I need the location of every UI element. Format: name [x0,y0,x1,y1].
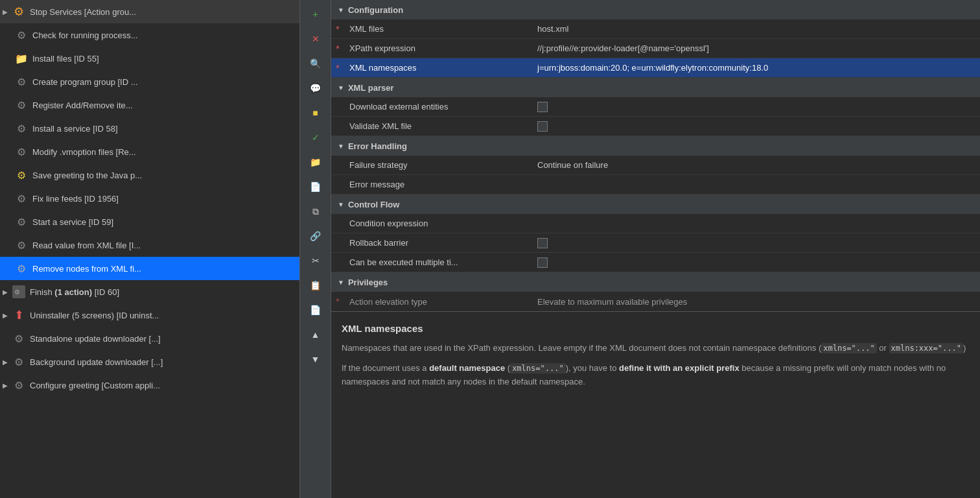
tree-item-start-service[interactable]: ⚙ Start a service [ID 59] [0,210,299,233]
row-label: Error message [344,177,532,192]
tree-item-finish[interactable]: ▶ ⚙ Finish (1 action) [ID 60] [0,280,299,303]
config-row-action-elevation[interactable]: * Action elevation type Elevate to maxim… [331,292,980,311]
tree-item-label: Read value from XML file [I... [32,241,141,250]
search-button[interactable]: 🔍 [304,52,327,75]
required-marker: * [331,63,344,73]
config-row-download-external[interactable]: Download external entities [331,97,980,117]
row-value: host.xml [532,21,980,36]
gear-icon: ⚙ [12,331,26,346]
sidebar-toolbar: + ✕ 🔍 💬 ■ ✓ 📁 📄 ⧉ 🔗 ✂ 📋 📄 ▲ ▼ [299,0,331,498]
tree-item-label: Check for running process... [32,30,138,40]
row-value: //j:profile//e:provider-loader[@name='op… [532,41,980,56]
code-xmlns-xxx: xmlns:xxx="..." [889,343,963,353]
tree-item-background-update[interactable]: ▶ ⚙ Background update downloader [...] [0,350,299,374]
comment-button[interactable]: 💬 [304,77,327,100]
down-button[interactable]: ▼ [304,348,327,371]
row-label: Can be executed multiple ti... [344,255,532,270]
checkbox-icon [537,238,548,248]
section-error-handling-label: Error Handling [348,141,407,151]
section-xml-parser-label: XML parser [348,83,394,93]
gear-icon: ⚙ [14,215,29,229]
config-row-xml-files[interactable]: * XML files host.xml [331,19,980,39]
tree-item-label: Register Add/Remove ite... [32,101,133,110]
tree-item-stop-services[interactable]: ▶ ⚙ Stop Services [Action grou... [0,0,299,23]
arrow-icon: ▶ [3,312,12,319]
required-marker: * [331,43,344,54]
tree-item-label: Create program group [ID ... [32,77,138,87]
row-value: Continue on failure [532,158,980,172]
tree-item-create-program-group[interactable]: ⚙ Create program group [ID ... [0,70,299,93]
tree-item-register-add-remove[interactable]: ⚙ Register Add/Remove ite... [0,93,299,117]
section-xml-parser[interactable]: ▼ XML parser [331,78,980,97]
arrow-icon: ▶ [3,382,12,389]
checkbox-download-external[interactable] [532,99,553,115]
config-row-rollback-barrier[interactable]: Rollback barrier [331,233,980,253]
tree-item-read-xml[interactable]: ⚙ Read value from XML file [I... [0,233,299,257]
section-configuration[interactable]: ▼ Configuration [331,0,980,19]
gear-icon: ⚙ [12,355,26,369]
tree-item-check-running[interactable]: ⚙ Check for running process... [0,23,299,47]
config-row-error-message[interactable]: Error message [331,175,980,195]
config-row-xpath[interactable]: * XPath expression //j:profile//e:provid… [331,39,980,58]
up-button[interactable]: ▲ [304,323,327,346]
section-privileges[interactable]: ▼ Privileges [331,272,980,292]
tree-item-label: Start a service [ID 59] [32,217,113,227]
tree-item-remove-nodes[interactable]: ⚙ Remove nodes from XML fi... [0,257,299,280]
tree-item-label: Background update downloader [...] [30,357,163,367]
section-configuration-label: Configuration [348,5,403,15]
description-text-1: Namespaces that are used in the XPath ex… [342,342,970,355]
config-row-xml-namespaces[interactable]: * XML namespaces j=urn:jboss:domain:20.0… [331,58,980,78]
checkbox-icon [537,102,548,112]
config-row-validate-xml[interactable]: Validate XML file [331,117,980,136]
checkbox-rollback-barrier[interactable] [532,235,553,251]
section-error-handling[interactable]: ▼ Error Handling [331,136,980,156]
tree-item-install-service[interactable]: ⚙ Install a service [ID 58] [0,117,299,140]
section-control-flow[interactable]: ▼ Control Flow [331,195,980,214]
paste-button[interactable]: 📋 [304,274,327,297]
remove-button[interactable]: ✕ [304,27,327,51]
folder-icon: 📁 [14,51,29,65]
add-button[interactable]: + [304,3,327,26]
row-label: XML namespaces [344,60,532,75]
file-button[interactable]: 📄 [304,175,327,198]
link-button[interactable]: 🔗 [304,224,327,248]
gear-icon: ⚙ [14,121,29,136]
gear-icon: ⚙ [14,28,29,42]
finish-icon: ⚙ [12,285,26,299]
dark-file-button[interactable]: 📄 [304,298,327,322]
config-row-condition-expression[interactable]: Condition expression [331,214,980,233]
tree-item-fix-line-feeds[interactable]: ⚙ Fix line feeds [ID 1956] [0,187,299,210]
row-label: XML files [344,21,532,36]
scissors-button[interactable]: ✂ [304,249,327,272]
gear-icon: ⚙ [14,261,29,276]
row-label: Rollback barrier [344,235,532,250]
tree-item-install-files[interactable]: 📁 Install files [ID 55] [0,47,299,70]
tree-item-label: Install files [ID 55] [32,54,99,64]
tree-item-label: Stop Services [Action grou... [30,7,136,17]
tree-item-save-greeting[interactable]: ⚙ Save greeting to the Java p... [0,163,299,187]
row-value [532,182,980,187]
section-control-flow-label: Control Flow [348,200,399,209]
color-button[interactable]: ■ [304,101,327,124]
description-panel: XML namespaces Namespaces that are used … [331,311,980,498]
copy-button[interactable]: ⧉ [304,200,327,223]
tree-item-uninstaller[interactable]: ▶ ⬆ Uninstaller (5 screens) [ID uninst..… [0,303,299,327]
row-label: Validate XML file [344,119,532,134]
bold-default-namespace: default namespace [429,363,505,373]
chevron-down-icon: ▼ [338,143,344,150]
checkbox-can-be-executed[interactable] [532,255,553,270]
row-label: Failure strategy [344,158,532,172]
folder-button[interactable]: 📁 [304,150,327,174]
tree-item-standalone-update[interactable]: ⚙ Standalone update downloader [...] [0,327,299,350]
arrow-icon: ▶ [3,8,12,16]
config-row-failure-strategy[interactable]: Failure strategy Continue on failure [331,156,980,175]
tree-item-configure-greeting[interactable]: ▶ ⚙ Configure greeting [Custom appli... [0,374,299,397]
row-value: j=urn:jboss:domain:20.0; e=urn:wildfly:e… [532,60,980,75]
row-label: Download external entities [344,99,532,114]
tree-item-modify-vmoption[interactable]: ⚙ Modify .vmoption files [Re... [0,140,299,163]
check-button[interactable]: ✓ [304,126,327,149]
gear-icon: ⚙ [14,145,29,159]
config-row-can-be-executed[interactable]: Can be executed multiple ti... [331,253,980,272]
left-panel: ▶ ⚙ Stop Services [Action grou... ⚙ Chec… [0,0,331,498]
checkbox-validate-xml[interactable] [532,119,553,134]
